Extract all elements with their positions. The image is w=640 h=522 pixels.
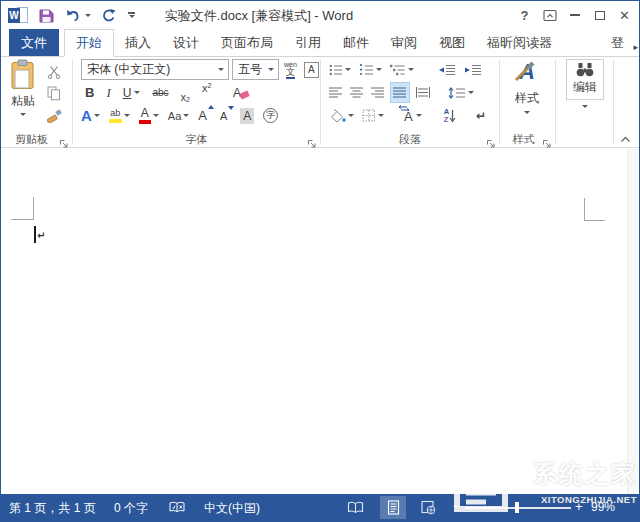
- enclose-characters-button[interactable]: 字: [261, 105, 280, 126]
- cut-button[interactable]: [45, 61, 63, 82]
- grow-arrow: [208, 105, 214, 109]
- status-proofing-button[interactable]: [169, 501, 185, 517]
- status-word-count[interactable]: 0 个字: [114, 500, 148, 517]
- tab-sign-in[interactable]: 登: [600, 29, 635, 56]
- distribute-button[interactable]: [413, 82, 433, 103]
- tab-design[interactable]: 设计: [162, 29, 210, 56]
- numbering-button[interactable]: [357, 59, 384, 80]
- styles-caret[interactable]: [524, 111, 530, 114]
- bullets-caret[interactable]: [345, 68, 351, 71]
- tab-page-layout[interactable]: 页面布局: [210, 29, 284, 56]
- justify-button[interactable]: [390, 82, 410, 103]
- bold-button[interactable]: B: [83, 82, 96, 103]
- copy-button[interactable]: [45, 83, 63, 104]
- status-page-info[interactable]: 第 1 页，共 1 页: [9, 500, 96, 517]
- tab-insert[interactable]: 插入: [114, 29, 162, 56]
- align-right-button[interactable]: [369, 82, 387, 103]
- highlight-color-button[interactable]: ab: [107, 105, 132, 126]
- undo-dropdown-caret[interactable]: [85, 14, 91, 17]
- shading-caret[interactable]: [348, 114, 354, 117]
- styles-dialog-launcher[interactable]: [542, 135, 552, 145]
- customize-qat-button[interactable]: [128, 12, 135, 17]
- zoom-in-button[interactable]: +: [575, 499, 583, 514]
- view-print-layout-button[interactable]: [380, 496, 406, 519]
- change-case-caret[interactable]: [183, 114, 189, 117]
- tab-view[interactable]: 视图: [428, 29, 476, 56]
- document-page[interactable]: ↵: [2, 149, 638, 496]
- repeat-button[interactable]: [102, 8, 117, 23]
- paste-dropdown-caret[interactable]: [20, 113, 26, 116]
- align-left-button[interactable]: [327, 82, 345, 103]
- zoom-slider-thumb[interactable]: [515, 502, 519, 513]
- text-effects-caret[interactable]: [94, 114, 100, 117]
- font-color-caret[interactable]: [153, 114, 159, 117]
- shading-button[interactable]: [327, 105, 356, 126]
- align-center-button[interactable]: [348, 82, 366, 103]
- maximize-button[interactable]: [587, 1, 612, 29]
- subscript-button[interactable]: x2: [179, 82, 192, 103]
- borders-caret[interactable]: [378, 114, 384, 117]
- tab-foxit-reader[interactable]: 福昕阅读器: [476, 29, 563, 56]
- numbering-caret[interactable]: [376, 68, 382, 71]
- highlight-caret[interactable]: [124, 114, 130, 117]
- zoom-level[interactable]: 99%: [585, 500, 615, 514]
- editing-button[interactable]: 编辑: [561, 59, 609, 108]
- styles-label-text: 样式: [515, 90, 539, 107]
- ribbon-display-options-button[interactable]: [537, 1, 562, 29]
- tab-overflow-arrow[interactable]: ▸: [633, 42, 638, 52]
- undo-button[interactable]: [65, 8, 91, 22]
- character-shading-button[interactable]: A: [238, 105, 256, 126]
- character-border-button[interactable]: A: [302, 59, 321, 80]
- view-read-mode-button[interactable]: [342, 496, 368, 519]
- tab-review[interactable]: 审阅: [380, 29, 428, 56]
- paragraph-dialog-launcher[interactable]: [486, 135, 496, 145]
- phonetic-guide-button[interactable]: wén 文: [282, 59, 299, 80]
- paragraph-group-label: 段落: [321, 132, 499, 147]
- multilevel-caret[interactable]: [408, 68, 414, 71]
- minimize-button[interactable]: [562, 1, 587, 29]
- vertical-scrollbar[interactable]: [627, 149, 638, 496]
- bullets-button[interactable]: [327, 59, 353, 80]
- shrink-font-button[interactable]: A: [218, 105, 233, 126]
- tab-file[interactable]: 文件: [9, 29, 59, 56]
- paste-button[interactable]: 粘贴: [5, 59, 41, 116]
- increase-indent-button[interactable]: [462, 59, 484, 80]
- grow-font-button[interactable]: A: [196, 105, 213, 126]
- word-app-icon[interactable]: W: [8, 7, 28, 24]
- collapse-ribbon-button[interactable]: [620, 129, 631, 147]
- asian-layout-button[interactable]: A: [402, 105, 424, 126]
- underline-button[interactable]: U: [121, 82, 143, 103]
- underline-caret[interactable]: [134, 91, 140, 94]
- view-web-layout-button[interactable]: [415, 496, 441, 519]
- format-painter-button[interactable]: [45, 105, 64, 126]
- tab-mailings[interactable]: 邮件: [332, 29, 380, 56]
- line-spacing-button[interactable]: [446, 82, 476, 103]
- font-size-select[interactable]: 五号: [232, 59, 279, 80]
- sort-button[interactable]: A Z: [442, 105, 458, 126]
- close-button[interactable]: ✕: [612, 1, 637, 29]
- editing-caret[interactable]: [582, 105, 588, 108]
- status-language[interactable]: 中文(中国): [204, 500, 260, 517]
- text-effects-button[interactable]: A: [79, 105, 102, 126]
- line-spacing-caret[interactable]: [468, 91, 474, 94]
- font-dialog-launcher[interactable]: [307, 135, 317, 145]
- clear-formatting-button[interactable]: A: [231, 82, 251, 103]
- zoom-out-button[interactable]: −: [453, 499, 461, 514]
- tab-references[interactable]: 引用: [284, 29, 332, 56]
- font-color-button[interactable]: A: [137, 105, 161, 126]
- tab-home[interactable]: 开始: [64, 29, 114, 57]
- save-button[interactable]: [39, 8, 54, 23]
- change-case-button[interactable]: Aa: [166, 105, 191, 126]
- styles-button[interactable]: A 样式: [506, 61, 548, 114]
- multilevel-list-button[interactable]: [388, 59, 416, 80]
- borders-button[interactable]: [360, 105, 386, 126]
- show-marks-button[interactable]: ↵: [474, 105, 488, 126]
- superscript-button[interactable]: x2: [200, 82, 213, 103]
- strikethrough-button[interactable]: abc: [150, 82, 170, 103]
- asian-layout-caret[interactable]: [416, 114, 422, 117]
- italic-button[interactable]: I: [104, 82, 112, 103]
- help-button[interactable]: ?: [512, 1, 537, 29]
- font-name-select[interactable]: 宋体 (中文正文): [81, 59, 229, 80]
- decrease-indent-button[interactable]: [436, 59, 458, 80]
- clipboard-dialog-launcher[interactable]: [59, 135, 69, 145]
